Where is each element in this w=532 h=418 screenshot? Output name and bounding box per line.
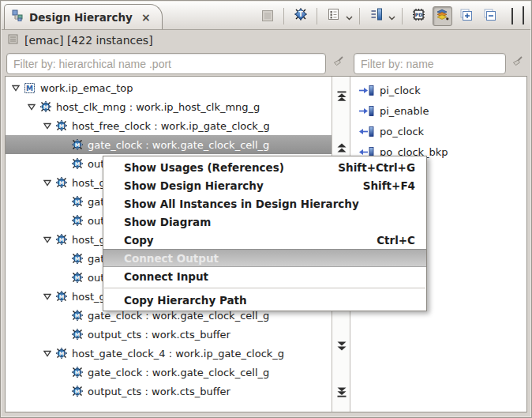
filter-hierarchy-input[interactable] [6,53,326,74]
tree-row[interactable]: M host_gate_clock_4 : work.ip_gate_clock… [6,344,332,363]
list-icon [8,34,18,47]
layers-button[interactable] [433,6,452,26]
chip-button[interactable]: PD [409,6,429,26]
instance-icon: M [54,176,69,189]
view-options-button[interactable] [324,6,343,26]
instance-icon: M [69,366,84,378]
scroll-bottom-button[interactable] [335,386,348,398]
scroll-up-icon [336,143,347,153]
tree-row-label: gate_clock : work.gate_clock_cell_g [88,139,269,151]
svg-text:M: M [74,199,79,205]
chevron-down-icon[interactable] [346,9,353,24]
menu-shortcut: Shift+Ctrl+G [338,161,415,174]
filter-name-input[interactable] [354,53,506,74]
instance-icon: M [69,328,84,341]
tree-row[interactable]: M output_cts : work.cts_buffer [6,382,332,401]
expander-down-icon[interactable] [40,293,54,300]
scroll-down-icon [336,341,347,351]
tree-row[interactable]: M output_cts : work.cts_buffer [6,325,332,344]
tree-row-label: output_cts : work.cts_buffer [88,329,230,341]
svg-text:M: M [74,142,79,149]
collapse-all-button[interactable] [480,6,500,26]
sort-bar-icon [370,8,383,24]
gray-square-icon [262,10,273,21]
tab-close-icon[interactable]: × [141,11,151,24]
sort-options-button[interactable] [366,6,386,26]
expander-down-icon[interactable] [9,85,22,92]
svg-text:M: M [58,180,63,186]
menu-item-show-design-hierarchy[interactable]: Show Design Hierarchy Shift+F4 [103,176,426,194]
menu-shortcut: Ctrl+C [377,234,415,247]
scroll-top-icon [336,91,347,101]
tree-row-selected[interactable]: M gate_clock : work.gate_clock_cell_g [6,135,332,154]
instance-icon: M [69,157,84,170]
menu-item-connect-input[interactable]: Connect Input [103,267,426,285]
menu-item-show-diagram[interactable]: Show Diagram [103,213,426,231]
expander-down-icon[interactable] [40,179,54,186]
svg-text:PD: PD [415,11,422,17]
tab-design-hierarchy[interactable]: Design Hierarchy × [4,4,163,29]
clear-filter-left-button[interactable] [330,55,346,71]
svg-text:M: M [58,123,63,130]
svg-text:T: T [298,10,303,18]
menu-separator [104,288,425,288]
port-label: po_clock [380,126,424,137]
svg-text:M: M [58,237,63,243]
tree-row[interactable]: M work.ip_emac_top [6,78,332,97]
port-row[interactable]: po_clock [352,121,526,141]
menu-item-label: Show Usages (References) [124,161,338,174]
status-text: [emac] [422 instances] [24,34,153,47]
instance-icon: M [54,119,69,132]
menu-item-copy-hierarchy-path[interactable]: Copy Hierarchy Path [103,291,426,309]
menu-item-copy[interactable]: Copy Ctrl+C [103,231,426,249]
port-row[interactable]: pi_enable [352,100,526,121]
menu-item-show-all-instances[interactable]: Show All Instances in Design Hierarchy [103,194,426,213]
tree-row-label: work.ip_emac_top [40,82,133,94]
layers-icon [436,8,449,24]
menu-item-connect-output: Connect Output [103,249,426,267]
minimize-icon [511,8,513,24]
maximize-button[interactable] [523,9,524,24]
toolbar-separator [402,8,403,24]
port-row[interactable]: pi_clock [352,80,526,100]
tree-row-label: host_clk_mng : work.ip_host_clk_mng_g [56,101,260,113]
tree-row[interactable]: M host_clk_mng : work.ip_host_clk_mng_g [6,97,332,116]
expander-down-icon[interactable] [40,122,54,130]
chevron-down-icon[interactable] [388,9,395,24]
hierarchy-icon [12,9,24,24]
tree-row[interactable]: M gate_clock : work.gate_clock_cell_g [6,363,332,382]
brush-icon [332,55,344,71]
menu-item-label: Show All Instances in Design Hierarchy [124,198,415,210]
minimize-button[interactable] [511,9,513,24]
menu-item-show-usages[interactable]: Show Usages (References) Shift+Ctrl+G [103,158,426,176]
svg-text:M: M [74,389,79,395]
toolbar-separator [317,8,317,24]
expander-down-icon[interactable] [24,104,38,111]
scroll-top-button[interactable] [335,89,348,102]
tree-row[interactable]: M host_free_clock : work.ip_gate_clock_g [6,116,332,135]
scroll-up-button[interactable] [335,141,348,154]
svg-text:M: M [58,294,63,300]
svg-text:M: M [74,332,79,338]
inactive-button [257,6,277,26]
expand-all-button[interactable] [456,6,476,26]
menu-item-label: Copy [124,234,377,247]
instance-icon: M [38,100,53,113]
port-input-icon [358,106,375,116]
expander-down-icon[interactable] [40,350,54,357]
clear-filter-right-button[interactable] [509,55,525,71]
expand-all-icon [459,8,473,24]
expander-down-icon[interactable] [40,236,54,243]
scroll-down-button[interactable] [335,340,348,352]
svg-text:M: M [74,370,79,376]
chip-pd-icon: PD [412,8,425,24]
top-module-diamond-icon: T [294,7,308,24]
tab-bar: Design Hierarchy × T [2,2,530,30]
menu-item-label: Connect Input [124,270,415,283]
instance-icon: M [69,252,84,265]
menu-item-label: Show Design Hierarchy [124,179,363,192]
svg-text:M: M [26,85,33,92]
module-icon: M [22,82,37,94]
set-top-button[interactable]: T [290,6,310,26]
port-input-icon [358,85,375,96]
